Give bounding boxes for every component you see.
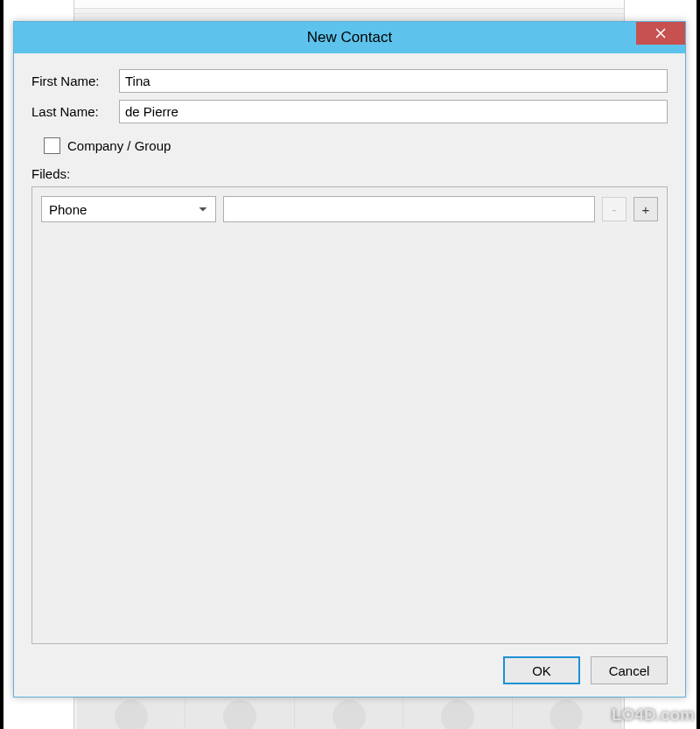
cancel-button-label: Cancel xyxy=(609,663,650,678)
close-button[interactable] xyxy=(636,22,685,45)
globe-icon xyxy=(585,704,606,725)
chevron-down-icon: ⏷ xyxy=(198,203,208,215)
remove-field-button[interactable]: - xyxy=(602,197,626,221)
dialog-footer: OK Cancel xyxy=(32,656,668,684)
background-toolbar xyxy=(77,697,621,729)
company-group-checkbox[interactable] xyxy=(44,137,60,154)
company-group-row: Company / Group xyxy=(44,137,668,154)
last-name-label: Last Name: xyxy=(32,104,119,119)
field-type-combo[interactable]: Phone ⏷ xyxy=(41,196,216,222)
fields-box: Phone ⏷ - + xyxy=(32,186,668,644)
close-icon xyxy=(655,28,666,39)
first-name-input[interactable] xyxy=(119,69,668,93)
new-contact-dialog: New Contact First Name: Last Name: Compa… xyxy=(13,21,686,697)
company-group-label: Company / Group xyxy=(67,138,171,153)
add-field-button[interactable]: + xyxy=(634,197,658,221)
field-value-input[interactable] xyxy=(223,196,595,222)
titlebar[interactable]: New Contact xyxy=(14,22,685,53)
ok-button[interactable]: OK xyxy=(503,656,580,684)
dialog-title: New Contact xyxy=(14,29,685,46)
first-name-label: First Name: xyxy=(32,74,119,88)
last-name-row: Last Name: xyxy=(32,100,668,123)
cancel-button[interactable]: Cancel xyxy=(591,656,668,684)
fields-label: Fileds: xyxy=(32,166,668,181)
field-row: Phone ⏷ - + xyxy=(41,196,658,222)
background-band xyxy=(74,0,624,9)
ok-button-label: OK xyxy=(532,663,551,678)
field-type-selected: Phone xyxy=(49,202,87,217)
last-name-input[interactable] xyxy=(119,100,668,123)
watermark: LO4D.com xyxy=(585,704,695,725)
minus-icon: - xyxy=(612,202,617,217)
first-name-row: First Name: xyxy=(32,69,668,93)
watermark-text: LO4D.com xyxy=(612,705,695,725)
background-band xyxy=(74,9,624,14)
dialog-body: First Name: Last Name: Company / Group F… xyxy=(14,53,685,697)
plus-icon: + xyxy=(642,202,650,217)
